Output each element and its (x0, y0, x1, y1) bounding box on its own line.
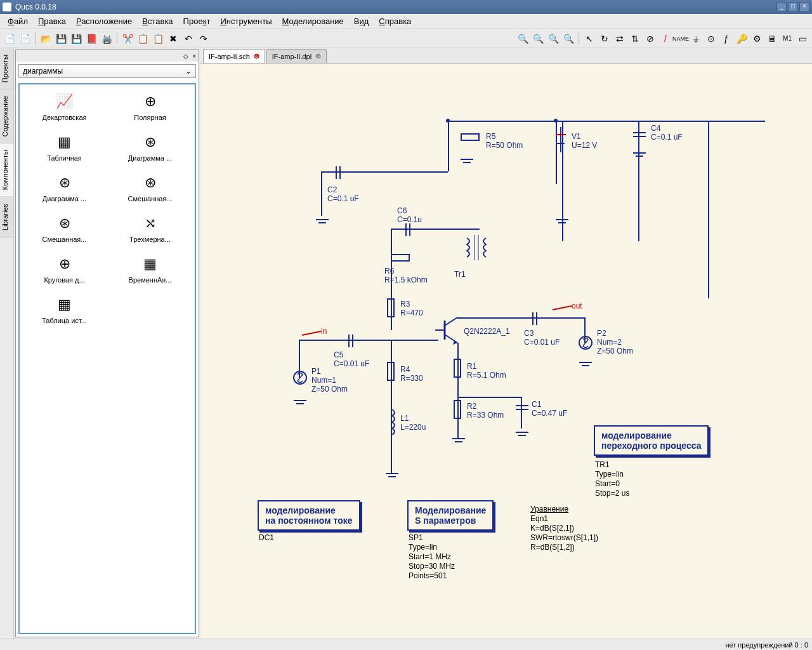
zoom-out-icon[interactable]: 🔍 (531, 32, 545, 46)
tab-schematic[interactable]: IF-amp-II.sch ⊗ (203, 49, 265, 63)
menu-insert[interactable]: Вставка (137, 15, 178, 27)
diagram-circle[interactable]: ⊕Круговая д... (25, 252, 104, 286)
saveall-icon[interactable]: 💾 (69, 32, 83, 46)
zoom-in-icon[interactable]: 🔍 (516, 32, 530, 46)
redo-icon[interactable]: ↷ (197, 32, 211, 46)
menu-file[interactable]: Файл (3, 15, 33, 27)
component-r3[interactable] (387, 298, 395, 317)
component-c6[interactable] (403, 223, 412, 236)
label-r6: R6R=1.5 kOhm (384, 267, 428, 284)
component-c4[interactable] (633, 130, 646, 139)
tab-components[interactable]: Компоненты (0, 143, 13, 197)
component-r5[interactable] (461, 133, 480, 141)
undock-icon[interactable]: ◇ (183, 53, 188, 60)
copy-icon[interactable]: 📋 (136, 32, 150, 46)
menu-view[interactable]: Вид (349, 15, 374, 27)
zoom-100-icon[interactable]: 🔍 (561, 32, 575, 46)
tab-close-icon[interactable]: ⊗ (315, 52, 321, 60)
component-r6[interactable] (391, 254, 410, 262)
wire-icon[interactable]: / (658, 32, 672, 46)
component-c1[interactable] (516, 403, 528, 412)
sim-tr[interactable]: моделирование переходного процесса (594, 425, 709, 456)
ground-icon (316, 219, 329, 228)
component-tr1[interactable] (461, 235, 492, 267)
close-file-icon[interactable]: 📕 (84, 32, 98, 46)
diagram-cartesian[interactable]: 📈Декартовская (25, 90, 104, 124)
mirror-h-icon[interactable]: ⇄ (613, 32, 627, 46)
deactivate-icon[interactable]: ⊘ (643, 32, 657, 46)
label-r3: R3R=470 (400, 300, 423, 317)
rotate-icon[interactable]: ↻ (598, 32, 612, 46)
zoom-fit-icon[interactable]: 🔍 (546, 32, 560, 46)
diagram-mixed2[interactable]: ⊛Смешанная... (25, 211, 104, 246)
component-p2[interactable] (578, 330, 594, 362)
label-c6: C6C=0.1u (397, 206, 422, 224)
diagram-timing[interactable]: ▦ВременнАя... (110, 252, 190, 286)
sim-sp[interactable]: Моделирование S параметров (407, 500, 494, 531)
menu-tools[interactable]: Инструменты (215, 15, 277, 27)
mirror-v-icon[interactable]: ⇅ (628, 32, 642, 46)
component-transistor[interactable] (435, 314, 461, 346)
ground-icon (461, 159, 473, 168)
tab-content[interactable]: Содержание (0, 90, 13, 143)
component-category-select[interactable]: диаграммы ⌄ (18, 64, 196, 78)
gear-icon[interactable]: ⚙ (750, 32, 764, 46)
port-icon[interactable]: ⊙ (704, 32, 718, 46)
delete-icon[interactable]: ✖ (166, 32, 180, 46)
print-icon[interactable]: 🖨️ (100, 32, 114, 46)
ground-icon[interactable]: ⏚ (689, 32, 703, 46)
component-c3[interactable] (530, 312, 539, 325)
diagram-mixed[interactable]: ⊛Смешанная... (110, 171, 190, 205)
component-c2[interactable] (334, 166, 343, 179)
component-r4[interactable] (387, 362, 395, 381)
new-icon[interactable]: 📄 (3, 32, 16, 46)
maximize-button[interactable]: □ (788, 2, 798, 12)
sim-eqn[interactable]: Уравнение Eqn1 K=dB(S[2,1]) SWR=rtoswr(S… (530, 505, 598, 552)
display-icon[interactable]: 🖥 (765, 32, 779, 46)
diagram-table[interactable]: ▦Табличная (25, 130, 104, 164)
paste-icon[interactable]: 📋 (151, 32, 165, 46)
component-r1[interactable] (454, 359, 461, 378)
ground-icon (386, 473, 398, 482)
cut-icon[interactable]: ✂️ (121, 32, 134, 46)
schematic-canvas[interactable]: R5R=50 Ohm V1U=12 V C4C=0.1 uF C2C=0.1 u… (200, 63, 812, 639)
undo-icon[interactable]: ↶ (181, 32, 195, 46)
tab-close-icon[interactable]: ⊗ (254, 52, 259, 60)
menu-edit[interactable]: Правка (33, 15, 71, 27)
panel-close-icon[interactable]: × (192, 53, 196, 60)
diagram-smith[interactable]: ⊛Диаграмма ... (110, 130, 190, 164)
diagram-polar[interactable]: ⊕Полярная (110, 90, 190, 124)
component-c5[interactable] (346, 335, 355, 347)
marker-icon[interactable]: M1 (780, 32, 794, 46)
menu-help[interactable]: Справка (374, 15, 416, 27)
label-tr1: Tr1 (454, 270, 466, 279)
label-icon[interactable]: NAME (674, 32, 688, 46)
component-grid: 📈Декартовская ⊕Полярная ▦Табличная ⊛Диаг… (18, 83, 196, 634)
menu-layout[interactable]: Расположение (71, 15, 137, 27)
component-l1[interactable] (386, 409, 398, 435)
menu-project[interactable]: Проект (178, 15, 216, 27)
tab-display[interactable]: IF-amp-II.dpl ⊗ (266, 49, 327, 63)
label-l1: L1L=220u (400, 414, 426, 432)
align-icon[interactable]: ▭ (796, 32, 809, 46)
component-r2[interactable] (454, 400, 461, 419)
new2-icon[interactable]: 📄 (18, 32, 32, 46)
close-button[interactable]: × (799, 2, 809, 12)
open-icon[interactable]: 📂 (39, 32, 53, 46)
equation-icon[interactable]: ƒ (719, 32, 733, 46)
sim-dc[interactable]: моделирование на постоянном токе (258, 500, 360, 531)
chevron-down-icon: ⌄ (185, 67, 192, 76)
select-icon[interactable]: ↖ (582, 32, 596, 46)
component-p1[interactable] (292, 365, 308, 397)
diagram-truth[interactable]: ▦Таблица ист... (25, 293, 104, 327)
label-c1: C1C=0.47 uF (532, 400, 567, 418)
diagram-smith2[interactable]: ⊛Диаграмма ... (25, 171, 104, 205)
tab-libraries[interactable]: Libraries (0, 197, 13, 237)
tab-projects[interactable]: Проекты (0, 48, 13, 90)
minimize-button[interactable]: _ (776, 2, 787, 12)
save-icon[interactable]: 💾 (54, 32, 68, 46)
component-v1[interactable] (554, 127, 567, 152)
menu-simulation[interactable]: Моделирование (277, 15, 349, 27)
key-icon[interactable]: 🔑 (735, 32, 749, 46)
diagram-3d[interactable]: ⤭Трехмерна... (110, 211, 190, 246)
